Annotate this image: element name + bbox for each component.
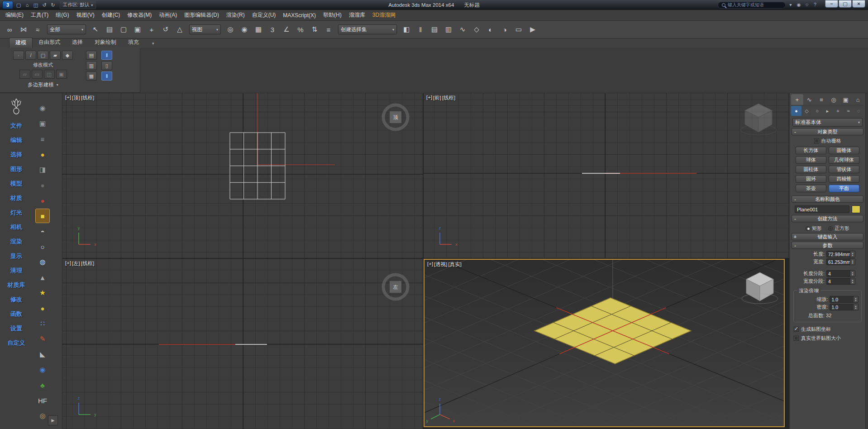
projector-icon[interactable]: ◨ [36,163,49,176]
object-type-button[interactable]: 球体 [796,156,826,164]
view-rotation-gizmo[interactable]: 顶 [383,105,408,129]
sidebar-item[interactable]: 清理 [0,263,33,278]
polygon-modeling-dropdown[interactable]: 多边形建模▾ [28,81,58,88]
object-type-button[interactable]: 圆柱体 [796,166,826,173]
align-icon[interactable]: ‖ [414,23,427,36]
spinner-icon[interactable]: ▴▾ [850,259,855,265]
application-menu-button[interactable]: 3 [2,1,13,9]
render-production-icon[interactable]: ▶ [526,23,539,36]
spinner-snap-icon[interactable]: ⇅ [308,23,321,36]
render-setup-icon[interactable]: ◑ [498,23,511,36]
ribbon-tab[interactable]: 填充 [122,38,145,48]
stack-icon-4[interactable]: ‖ [101,51,112,60]
menu-item[interactable]: 工具(T) [27,10,52,20]
modify-icon-4[interactable]: ▣ [56,70,67,79]
stack-icon-6[interactable]: ‖ [101,72,112,81]
plane-tool-icon[interactable]: ■ [36,209,49,223]
menu-item[interactable]: 视图(V) [73,10,98,20]
keyboard-override-icon[interactable]: ▦ [252,23,265,36]
sphere-yellow-icon[interactable]: ● [36,301,49,315]
parameter-field[interactable]: 61.253mm ▴▾ [826,258,855,265]
object-type-button[interactable]: 几何球体 [829,156,859,164]
select-and-move-icon[interactable]: + [145,23,158,36]
reference-coordinate-dropdown[interactable]: 视图▾ [189,24,221,34]
autogrid-checkbox[interactable] [814,138,819,143]
particles-icon[interactable]: ∷ [36,317,49,330]
motion-tab[interactable]: ◎ [827,94,839,105]
spinner-icon[interactable]: ▴▾ [853,304,858,310]
parameter-field[interactable]: 4 ▴▾ [826,270,855,277]
viewcube-icon[interactable] [742,272,778,304]
sidebar-item[interactable]: 设置 [0,321,33,336]
view-rotation-gizmo[interactable]: 左 [383,275,408,299]
open-file-icon[interactable]: ⌂ [23,1,31,9]
hierarchy-tab[interactable]: ≡ [816,94,828,105]
vertex-mode-icon[interactable]: ∙ [13,51,24,60]
sidebar-item[interactable]: 编辑 [0,133,33,148]
sidebar-item[interactable]: 相机 [0,220,33,234]
keyboard-entry-rollout-header[interactable]: +键盘输入 [792,233,863,240]
viewport-menu[interactable]: [真实] [448,261,462,268]
unlink-selection-icon[interactable]: ⋈ [17,23,30,36]
workspace-dropdown[interactable]: 工作区: 默认▾ [60,1,96,9]
space-warps-category[interactable]: ≈ [843,106,854,116]
viewport-menu[interactable]: [+] [426,95,432,101]
list-icon[interactable]: ≡ [36,132,49,146]
object-type-button[interactable]: 四棱锥 [829,175,859,183]
geometry-category[interactable]: ● [791,106,801,116]
viewport-canvas-left[interactable]: 左zy [62,259,423,429]
maximize-button[interactable]: ▢ [839,0,852,8]
parameter-field[interactable]: 1.0 ▴▾ [830,304,858,310]
sidebar-item[interactable]: 显示 [0,249,33,263]
viewport-menu[interactable]: [线框] [81,260,94,267]
menu-item[interactable]: 动画(A) [155,10,181,20]
systems-category[interactable]: ◌ [854,106,864,116]
modify-tab[interactable]: ∿ [803,94,816,105]
sidebar-item[interactable]: 修改 [0,292,33,307]
object-type-button[interactable]: 管状体 [829,166,859,173]
menu-item[interactable]: 组(G) [52,10,72,20]
globe-icon[interactable]: ◉ [36,363,49,377]
search-history-icon[interactable]: ▾ [787,1,794,9]
select-and-manipulate-icon[interactable]: ◉ [238,23,251,36]
mirror-icon[interactable]: ◧ [400,23,413,36]
use-pivot-center-icon[interactable]: ◎ [224,23,237,36]
bind-to-space-warp-icon[interactable]: ≈ [31,23,44,36]
shell-icon[interactable]: ◎ [36,409,49,423]
viewport-menu[interactable]: [线框] [81,95,94,101]
viewport-canvas-perspective[interactable]: zxy [424,260,784,426]
triangle-ruler-icon[interactable]: ◣ [36,348,49,361]
layer-manager-icon[interactable]: ▤ [428,23,441,36]
stack-icon-1[interactable]: ▤ [86,51,97,60]
rendered-frame-icon[interactable]: ▭ [512,23,525,36]
viewport-menu[interactable]: [左] [72,260,80,267]
named-selection-sets-dropdown[interactable]: 创建选择集▾ [338,24,397,34]
viewport-menu[interactable]: [透视] [434,261,447,268]
object-type-button[interactable]: 圆环 [796,175,826,183]
object-color-swatch[interactable] [852,205,860,213]
sidebar-item[interactable]: 选择 [0,148,33,162]
menu-item[interactable]: 渲染(R) [223,10,248,20]
undo-icon[interactable]: ↺ [40,1,48,9]
menu-item[interactable]: 自定义(U) [248,10,280,20]
modify-icon-2[interactable]: ▭ [32,70,43,79]
spire-icon[interactable]: ▲ [36,271,49,284]
object-type-rollout-header[interactable]: -对象类型 [792,128,863,135]
object-name-field[interactable]: Plane001 [795,205,849,213]
favorites-icon[interactable]: ☆ [803,1,811,9]
selection-region-icon[interactable]: ▢ [117,23,130,36]
menu-item[interactable]: 创建(C) [98,10,124,20]
parameters-rollout-header[interactable]: -参数 [792,242,863,249]
material-editor-icon[interactable]: ◐ [484,23,497,36]
curve-editor-icon[interactable]: ∿ [456,23,469,36]
select-by-name-icon[interactable]: ▤ [103,23,116,36]
parameter-field[interactable]: 72.984mm ▴▾ [826,251,855,257]
sidebar-item[interactable]: 函数 [0,307,33,321]
select-and-scale-icon[interactable]: △ [173,23,186,36]
ribbon-minimize-icon[interactable]: ▾ [149,41,157,46]
ribbon-toggle-icon[interactable]: ▥ [442,23,455,36]
stack-icon-2[interactable]: ▥ [86,61,97,70]
viewport-left[interactable]: [+][左][线框] 左zy [62,259,423,429]
shapes-category[interactable]: ◇ [801,106,812,116]
menu-item[interactable]: 帮助(H) [320,10,345,20]
